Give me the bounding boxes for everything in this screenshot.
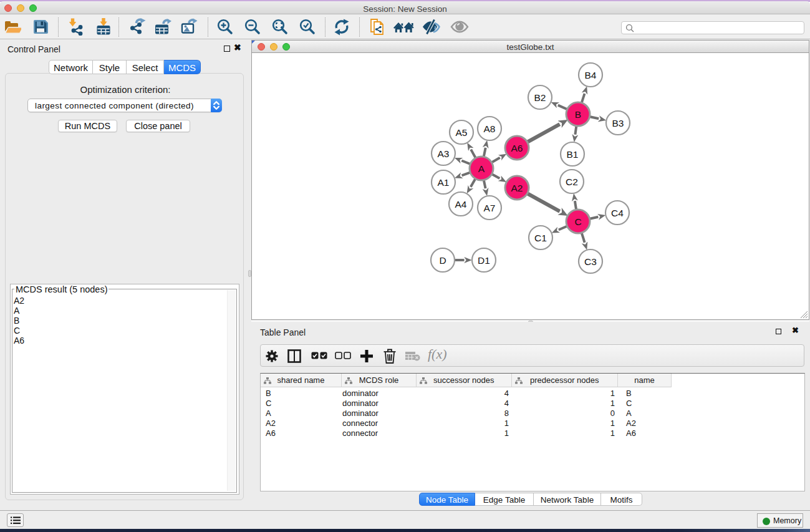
svg-text:C1: C1 <box>534 233 547 243</box>
svg-text:A2: A2 <box>511 183 523 193</box>
svg-text:B1: B1 <box>567 149 579 160</box>
svg-text:A6: A6 <box>511 143 523 153</box>
svg-text:A8: A8 <box>484 123 496 134</box>
svg-text:A1: A1 <box>438 177 450 188</box>
svg-text:B4: B4 <box>585 70 597 80</box>
svg-text:C3: C3 <box>584 256 597 267</box>
svg-text:A5: A5 <box>456 127 468 138</box>
svg-text:A4: A4 <box>455 199 467 210</box>
svg-text:B: B <box>575 109 581 120</box>
svg-text:B2: B2 <box>534 92 546 103</box>
svg-text:C4: C4 <box>611 208 624 218</box>
svg-text:A3: A3 <box>438 148 450 159</box>
svg-text:C2: C2 <box>566 177 578 187</box>
svg-text:D1: D1 <box>478 255 490 266</box>
svg-text:D: D <box>439 255 446 266</box>
svg-text:A7: A7 <box>484 203 496 213</box>
svg-text:A: A <box>478 163 485 174</box>
svg-text:C: C <box>574 216 581 227</box>
svg-text:B3: B3 <box>612 118 624 128</box>
